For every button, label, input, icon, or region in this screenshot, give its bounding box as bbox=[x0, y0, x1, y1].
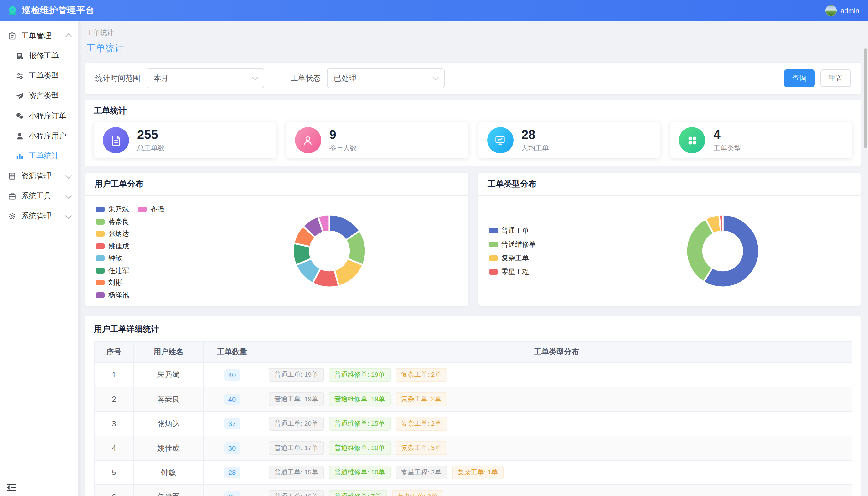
sidebar-item-order-statistics[interactable]: 工单统计 bbox=[0, 146, 78, 166]
legend-item[interactable]: 钟敏 bbox=[96, 252, 129, 264]
legend-label: 杨泽讯 bbox=[108, 290, 129, 300]
legend-item[interactable]: 张炳达 bbox=[96, 228, 129, 240]
legend-item[interactable]: 零星工程 bbox=[489, 265, 536, 279]
chart-legend: 朱乃斌蒋豪良张炳达姚佳成钟敏任建军刘彬杨泽讯齐强 bbox=[96, 203, 164, 301]
row-index: 3 bbox=[94, 412, 134, 436]
legend-item[interactable]: 齐强 bbox=[138, 203, 164, 216]
chevron-down-icon bbox=[252, 74, 258, 80]
legend-swatch bbox=[96, 231, 105, 237]
order-status-select[interactable]: 已处理 bbox=[327, 68, 445, 88]
filter-bar: 统计时间范围 本月 工单状态 已处理 查询 重置 bbox=[85, 63, 861, 94]
chevron-down-icon bbox=[432, 74, 439, 80]
table-row[interactable]: 3 张炳达 37 普通工单: 20单 普通维修单: 15单 复杂工单: 2单 bbox=[94, 412, 852, 436]
time-range-select[interactable]: 本月 bbox=[147, 68, 264, 88]
top-header: 巡检维护管理平台 admin bbox=[0, 0, 868, 21]
order-type-tag: 普通工单: 16单 bbox=[269, 490, 324, 496]
pie-slice[interactable] bbox=[334, 259, 363, 286]
order-stats-section: 工单统计 255 总工单数 bbox=[85, 99, 861, 167]
sidebar-item-repair-orders[interactable]: 报修工单 bbox=[0, 46, 78, 66]
user-order-distribution-panel: 用户工单分布 朱乃斌蒋豪良张炳达姚佳成钟敏任建军刘彬杨泽讯齐强 bbox=[85, 173, 468, 306]
screen: 巡检维护管理平台 admin 工单管理 报修工单 bbox=[0, 0, 868, 496]
sidebar-group-label: 资源管理 bbox=[21, 171, 51, 181]
legend-item[interactable]: 朱乃斌 bbox=[96, 203, 129, 216]
legend-item[interactable]: 杨泽讯 bbox=[96, 289, 129, 301]
order-count-badge: 28 bbox=[224, 467, 240, 478]
briefcase-icon bbox=[8, 192, 16, 200]
row-index: 5 bbox=[94, 461, 134, 484]
chart-legend: 普通工单普通维修单复杂工单零星工程 bbox=[489, 223, 536, 279]
row-index: 4 bbox=[94, 436, 134, 460]
legend-item[interactable]: 姚佳成 bbox=[96, 240, 129, 252]
chart-title: 工单类型分布 bbox=[478, 173, 861, 196]
legend-swatch bbox=[96, 207, 105, 213]
sidebar-item-label: 小程序订单 bbox=[29, 110, 66, 121]
legend-label: 刘彬 bbox=[108, 278, 122, 288]
main-content: 工单统计 工单统计 统计时间范围 本月 工单状态 已处理 查询 重置 bbox=[78, 21, 868, 496]
legend-item[interactable]: 复杂工单 bbox=[489, 251, 536, 265]
sidebar-group-system-management[interactable]: 系统管理 bbox=[0, 206, 78, 226]
legend-item[interactable]: 普通维修单 bbox=[489, 237, 536, 251]
order-type-tag: 复杂工单: 2单 bbox=[392, 490, 443, 496]
table-header-row: 序号 用户姓名 工单数量 工单类型分布 bbox=[94, 342, 852, 363]
sidebar-item-order-types[interactable]: 工单类型 bbox=[0, 66, 78, 86]
table-row[interactable]: 4 姚佳成 30 普通工单: 17单 普通维修单: 10单 复杂工单: 3单 bbox=[94, 436, 852, 461]
chevron-down-icon bbox=[65, 172, 72, 179]
table-row[interactable]: 1 朱乃斌 40 普通工单: 19单 普通维修单: 19单 复杂工单: 2单 bbox=[94, 363, 852, 387]
query-button[interactable]: 查询 bbox=[784, 69, 815, 87]
stat-value: 28 bbox=[521, 128, 549, 141]
user-avatar[interactable] bbox=[825, 5, 837, 16]
column-header-index: 序号 bbox=[94, 342, 134, 362]
sidebar-group-label: 工单管理 bbox=[21, 30, 51, 41]
clipboard-icon bbox=[8, 32, 16, 40]
table-row[interactable]: 6 任建军 25 普通工单: 16单 普通维修单: 7单 复杂工单: 2单 bbox=[94, 485, 852, 496]
app-title: 巡检维护管理平台 bbox=[22, 5, 94, 16]
sidebar-group-system-tools[interactable]: 系统工具 bbox=[0, 186, 78, 206]
vertical-scrollbar-thumb[interactable] bbox=[864, 48, 867, 148]
sidebar: 工单管理 报修工单 工单类型 bbox=[0, 21, 78, 496]
order-type-tag: 普通维修单: 19单 bbox=[329, 368, 391, 382]
legend-item[interactable]: 普通工单 bbox=[489, 223, 536, 237]
legend-item[interactable]: 蒋豪良 bbox=[96, 216, 129, 228]
sidebar-group-work-order-management[interactable]: 工单管理 bbox=[0, 26, 78, 46]
sidebar-item-label: 工单类型 bbox=[29, 71, 59, 81]
legend-label: 复杂工单 bbox=[501, 253, 529, 263]
order-count-badge: 40 bbox=[224, 394, 240, 405]
sidebar-item-miniprogram-orders[interactable]: 小程序订单 bbox=[0, 106, 78, 126]
legend-label: 齐强 bbox=[150, 205, 164, 214]
order-type-tag: 复杂工单: 2单 bbox=[395, 417, 447, 431]
legend-label: 普通工单 bbox=[501, 226, 529, 235]
column-header-type-distribution: 工单类型分布 bbox=[261, 342, 852, 362]
row-index: 1 bbox=[94, 363, 134, 387]
order-count-badge: 40 bbox=[224, 369, 240, 381]
table-row[interactable]: 5 钟敏 28 普通工单: 15单 普通维修单: 10单 零星工程: 2单 复杂… bbox=[94, 461, 852, 485]
column-header-name: 用户姓名 bbox=[134, 342, 203, 362]
reset-button[interactable]: 重置 bbox=[820, 69, 851, 87]
stat-card-per-capita: 28 人均工单 bbox=[478, 122, 660, 158]
order-type-tag: 普通维修单: 15单 bbox=[329, 417, 391, 431]
sidebar-item-miniprogram-users[interactable]: 小程序用户 bbox=[0, 126, 78, 146]
order-type-donut-chart bbox=[669, 198, 776, 304]
user-name: 钟敏 bbox=[134, 461, 203, 484]
legend-item[interactable]: 任建军 bbox=[96, 264, 129, 277]
username-label[interactable]: admin bbox=[840, 6, 859, 14]
user-order-detail-section: 用户工单详细统计 序号 用户姓名 工单数量 工单类型分布 1 朱乃斌 40 普通… bbox=[85, 316, 861, 496]
legend-swatch bbox=[96, 256, 105, 261]
collapse-sidebar-icon[interactable] bbox=[6, 483, 16, 492]
sidebar-item-label: 小程序用户 bbox=[29, 130, 66, 141]
legend-swatch bbox=[96, 280, 105, 286]
chart-board-icon bbox=[487, 127, 513, 153]
wechat-icon bbox=[16, 112, 24, 120]
sidebar-item-asset-types[interactable]: 资产类型 bbox=[0, 86, 78, 106]
stat-card-total-orders: 255 总工单数 bbox=[94, 122, 276, 158]
column-header-count: 工单数量 bbox=[203, 342, 261, 362]
stat-value: 9 bbox=[330, 128, 357, 141]
legend-swatch bbox=[489, 241, 498, 247]
pie-slice[interactable] bbox=[686, 219, 713, 282]
legend-item[interactable]: 刘彬 bbox=[96, 277, 129, 289]
legend-label: 朱乃斌 bbox=[108, 205, 129, 214]
table-row[interactable]: 2 蒋豪良 40 普通工单: 19单 普通维修单: 19单 复杂工单: 2单 bbox=[94, 387, 852, 412]
order-type-tag: 普通工单: 20单 bbox=[269, 417, 324, 431]
stat-value: 4 bbox=[714, 128, 741, 141]
sidebar-group-resource-management[interactable]: 资源管理 bbox=[0, 166, 78, 186]
user-icon bbox=[16, 132, 24, 140]
